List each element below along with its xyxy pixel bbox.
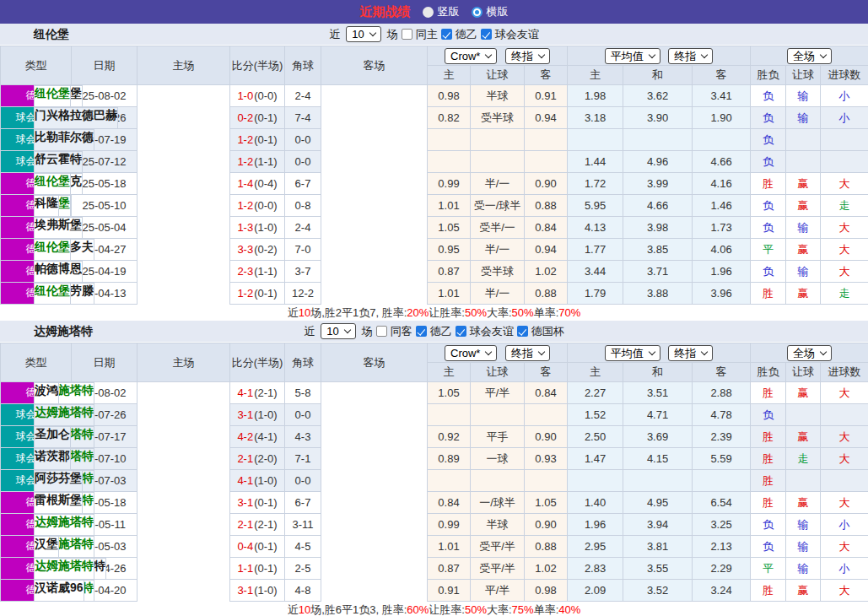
fulltime-score: 2-1 <box>237 518 253 531</box>
handicap-line: 半球 <box>471 514 525 536</box>
handicap-home-odds <box>428 404 471 426</box>
handicap-away-odds: 0.88 <box>525 283 568 305</box>
handicap-away-odds: 0.98 <box>525 580 568 602</box>
away-team-link[interactable]: 波鸿 <box>34 382 59 404</box>
competition-checkbox[interactable] <box>441 29 452 40</box>
match-score: 1-3(1-0) <box>230 217 285 239</box>
avg-home-odds: 2.27 <box>568 382 623 404</box>
result-handicap: 赢 <box>786 239 821 261</box>
summary-segment: 大率: <box>487 602 512 616</box>
col-header-odds-handicap: 让球 <box>471 66 525 85</box>
team-section-darmstadt: 达姆施塔特 近10场同客德乙球会友谊德国杯 类型 日期 主场 比分(半场) 角球… <box>0 321 868 616</box>
radio-label-vertical: 竖版 <box>438 4 460 19</box>
competition-checkbox[interactable] <box>456 326 466 337</box>
away-team-link[interactable]: 达姆施塔特 <box>34 558 94 580</box>
same-venue-checkbox[interactable] <box>376 326 387 337</box>
away-team-link[interactable]: 帕德博恩 <box>34 261 83 283</box>
fulltime-select[interactable]: 全场 <box>787 345 832 361</box>
avg-away-odds: 6.54 <box>693 492 751 514</box>
handicap-away-odds <box>525 151 568 173</box>
result-handicap: 走 <box>786 448 821 470</box>
match-count-select[interactable]: 10 <box>321 323 355 339</box>
same-venue-checkbox[interactable] <box>402 29 412 40</box>
handicap-line: 受半/一 <box>471 217 525 239</box>
odds-stage-select[interactable]: 终指 <box>505 48 550 64</box>
avg-draw-odds: 4.95 <box>623 492 693 514</box>
avg-draw-odds: 3.55 <box>623 558 693 580</box>
away-team-link[interactable]: 达姆施塔特 <box>34 404 94 426</box>
away-team-link[interactable]: 埃弗斯堡 <box>34 217 83 239</box>
handicap-away-odds: 0.84 <box>525 382 568 404</box>
match-count-select[interactable]: 10 <box>346 26 380 42</box>
avg-draw-odds: 3.81 <box>623 536 693 558</box>
match-score: 3-3(0-2) <box>230 239 285 261</box>
result-handicap: 赢 <box>786 426 821 448</box>
result-winlose: 胜 <box>751 492 786 514</box>
average-select[interactable]: 平均值 <box>605 48 660 64</box>
halftime-score: (1-1) <box>254 155 277 168</box>
halftime-score: (1-0) <box>254 474 277 487</box>
competition-checkbox[interactable] <box>481 29 492 40</box>
average-select[interactable]: 平均值 <box>605 345 660 361</box>
handicap-home-odds: 0.87 <box>428 261 471 283</box>
away-team-link[interactable]: 圣加仑 <box>34 426 71 448</box>
odds-stage-select[interactable]: 终指 <box>505 345 550 361</box>
away-team-link[interactable]: 纽伦堡 <box>34 283 71 305</box>
layout-option-vertical[interactable]: 竖版 <box>423 4 460 19</box>
same-venue-label: 同客 <box>391 324 412 339</box>
average-odds-group: 平均值 终指 <box>568 343 751 363</box>
away-team-link[interactable]: 诺茨郡 <box>34 448 71 470</box>
away-team-link[interactable]: 雷根斯堡 <box>34 492 83 514</box>
match-score: 1-1(0-1) <box>230 558 285 580</box>
chevron-down-icon <box>538 348 545 354</box>
match-row: 德乙25-05-03达姆施塔特0-4(0-1)4-5汉堡1.01受平/半0.88… <box>1 536 868 558</box>
layout-option-horizontal[interactable]: 横版 <box>472 4 509 19</box>
average-stage-select[interactable]: 终指 <box>668 48 713 64</box>
radio-checked-icon[interactable] <box>472 7 483 18</box>
avg-home-odds: 1.96 <box>568 514 623 536</box>
chevron-down-icon <box>485 348 492 354</box>
match-row: 球会友谊25-07-10达姆施塔特2-1(2-0)7-1诺茨郡0.89一球0.9… <box>1 448 868 470</box>
away-team-link[interactable]: 阿莎芬堡 <box>34 470 83 492</box>
away-team-link[interactable]: 纽伦堡 <box>34 239 71 261</box>
away-team-link[interactable]: 达姆施塔特 <box>34 514 94 536</box>
bookmaker-select[interactable]: Crow* <box>445 48 497 64</box>
col-header-date: 日期 <box>72 46 137 85</box>
match-score: 3-1(1-0) <box>230 404 285 426</box>
handicap-away-odds: 0.90 <box>525 173 568 195</box>
competition-checkbox[interactable] <box>517 326 528 337</box>
handicap-home-odds: 0.91 <box>428 580 471 602</box>
away-team-link[interactable]: 舒云霍特 <box>34 151 83 173</box>
handicap-line: 受一/球半 <box>471 195 525 217</box>
result-handicap: 输 <box>786 558 821 580</box>
away-team-link[interactable]: 纽伦堡 <box>34 85 71 107</box>
average-select-value: 平均值 <box>611 348 644 359</box>
chevron-down-icon <box>343 327 350 333</box>
odds-stage-select-value: 终指 <box>511 348 533 359</box>
away-team-link[interactable]: 比勒菲尔德 <box>34 129 94 151</box>
average-stage-select[interactable]: 终指 <box>668 345 713 361</box>
away-team-link[interactable]: 汉堡 <box>34 536 59 558</box>
result-overunder <box>821 129 868 151</box>
average-select-value: 平均值 <box>611 51 644 62</box>
avg-away-odds: 2.88 <box>693 382 751 404</box>
corner-count: 3-11 <box>285 514 321 536</box>
away-team-link[interactable]: 科隆 <box>34 195 59 217</box>
radio-unchecked-icon[interactable] <box>423 7 434 18</box>
result-winlose: 平 <box>751 558 786 580</box>
handicap-line: 受平/半 <box>471 536 525 558</box>
avg-home-odds: 2.50 <box>568 426 623 448</box>
col-header-goals: 进球数 <box>821 363 868 382</box>
competition-checkbox[interactable] <box>416 326 427 337</box>
halftime-score: (2-1) <box>254 386 277 399</box>
away-team-link[interactable]: 门兴格拉德巴赫 <box>34 107 118 129</box>
fulltime-select[interactable]: 全场 <box>787 48 832 64</box>
fulltime-score: 2-3 <box>237 265 253 278</box>
summary-segment: 让胜率: <box>429 602 465 616</box>
corner-count: 4-3 <box>285 426 321 448</box>
away-team-link[interactable]: 汉诺威96 <box>34 580 84 602</box>
away-team-link[interactable]: 纽伦堡 <box>34 173 71 195</box>
avg-away-odds <box>693 129 751 151</box>
bookmaker-select[interactable]: Crow* <box>445 345 497 361</box>
result-handicap: 输 <box>786 85 821 107</box>
